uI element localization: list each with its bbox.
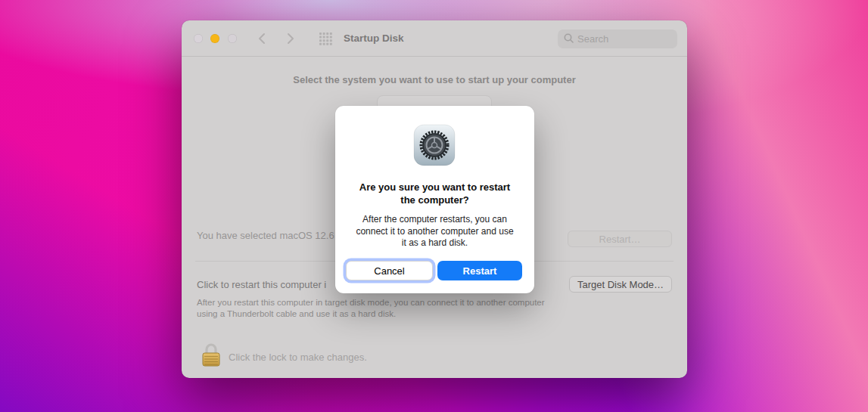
selected-system-text: You have selected macOS 12.6 on t bbox=[197, 230, 353, 241]
minimize-icon[interactable] bbox=[210, 34, 219, 43]
cancel-button[interactable]: Cancel bbox=[346, 261, 433, 280]
system-preferences-gear-icon bbox=[413, 124, 456, 166]
close-icon[interactable] bbox=[194, 34, 203, 43]
show-all-grid-icon[interactable] bbox=[319, 33, 332, 45]
dialog-body: After the computer restarts, you can con… bbox=[343, 214, 527, 249]
search-field[interactable] bbox=[558, 29, 677, 48]
forward-icon[interactable] bbox=[286, 33, 295, 45]
target-disk-note: After you restart this computer in targe… bbox=[197, 297, 583, 320]
desktop-wallpaper: Startup Disk Select the system you want … bbox=[0, 0, 868, 412]
zoom-icon[interactable] bbox=[228, 34, 237, 43]
back-icon[interactable] bbox=[257, 33, 266, 45]
search-input[interactable] bbox=[577, 33, 671, 45]
titlebar: Startup Disk bbox=[182, 20, 687, 57]
dialog-title: Are you sure you want to restart the com… bbox=[344, 181, 525, 206]
window-title: Startup Disk bbox=[344, 33, 404, 44]
lock-hint-text: Click the lock to make changes. bbox=[229, 352, 367, 363]
restart-button[interactable]: Restart bbox=[437, 261, 522, 280]
restart-confirmation-dialog: Are you sure you want to restart the com… bbox=[335, 106, 534, 293]
headline: Select the system you want to use to sta… bbox=[182, 74, 687, 85]
restart-button-disabled[interactable]: Restart… bbox=[568, 231, 672, 247]
lock-icon[interactable] bbox=[201, 340, 221, 367]
target-disk-text: Click to restart this computer i bbox=[197, 279, 326, 290]
target-disk-mode-button[interactable]: Target Disk Mode… bbox=[569, 276, 672, 293]
search-icon bbox=[564, 33, 574, 46]
